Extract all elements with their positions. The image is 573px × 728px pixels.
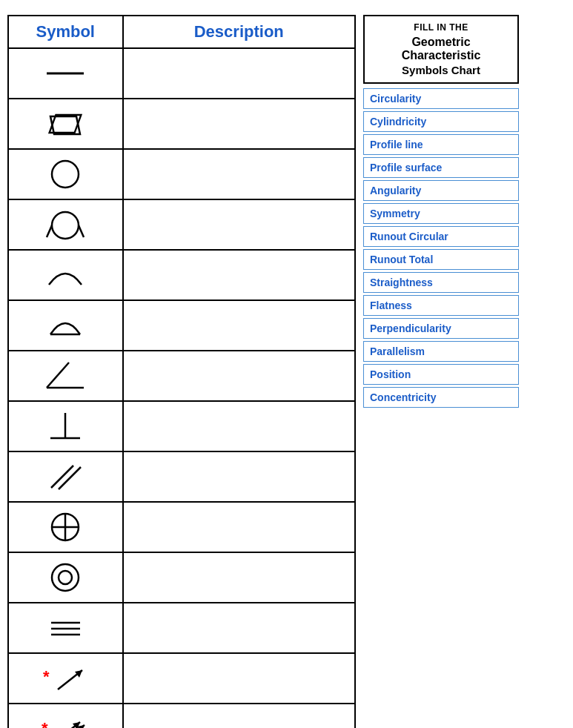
profile-surface-icon bbox=[43, 306, 87, 345]
svg-marker-24 bbox=[75, 670, 82, 678]
svg-line-5 bbox=[47, 225, 52, 237]
geo-char-label: Geometric Characteristic bbox=[372, 36, 510, 62]
symbol-cell-13: * bbox=[8, 653, 123, 704]
answer-parallelism[interactable]: Parallelism bbox=[363, 341, 519, 362]
table-row bbox=[8, 199, 355, 250]
info-box: FILL IN THE Geometric Characteristic Sym… bbox=[363, 15, 519, 84]
desc-cell-7[interactable] bbox=[123, 351, 355, 401]
symbol-cell-12 bbox=[8, 603, 123, 653]
answer-profile-surface[interactable]: Profile surface bbox=[363, 157, 519, 178]
table-row bbox=[8, 250, 355, 300]
table-row bbox=[8, 300, 355, 351]
svg-line-6 bbox=[79, 225, 84, 237]
desc-cell-14[interactable] bbox=[123, 704, 355, 728]
answer-concentricity[interactable]: Concentricity bbox=[363, 387, 519, 408]
desc-cell-3[interactable] bbox=[123, 149, 355, 199]
main-table: Symbol Description bbox=[7, 15, 356, 728]
answer-flatness[interactable]: Flatness bbox=[363, 295, 519, 316]
col-symbol-header: Symbol bbox=[8, 16, 123, 48]
answer-runout-total[interactable]: Runout Total bbox=[363, 249, 519, 270]
runout-circular-icon: * bbox=[39, 658, 91, 699]
table-row bbox=[8, 603, 355, 653]
desc-cell-11[interactable] bbox=[123, 552, 355, 603]
circularity-icon bbox=[47, 156, 84, 193]
svg-line-9 bbox=[47, 363, 69, 388]
symbol-cell-4 bbox=[8, 199, 123, 250]
answer-straightness[interactable]: Straightness bbox=[363, 272, 519, 293]
col-description-header: Description bbox=[123, 16, 355, 48]
table-row: * bbox=[8, 704, 355, 728]
table-row bbox=[8, 502, 355, 552]
desc-cell-1[interactable] bbox=[123, 48, 355, 99]
cylindricity-icon bbox=[43, 205, 87, 245]
angularity-icon bbox=[43, 357, 87, 395]
concentricity-icon bbox=[45, 557, 86, 598]
table-row bbox=[8, 451, 355, 502]
desc-cell-9[interactable] bbox=[123, 451, 355, 502]
symbols-chart-label: Symbols Chart bbox=[372, 64, 510, 76]
svg-text:*: * bbox=[43, 667, 50, 686]
symbol-cell-9 bbox=[8, 451, 123, 502]
desc-cell-5[interactable] bbox=[123, 250, 355, 300]
perpendicularity-icon bbox=[47, 407, 84, 446]
desc-cell-6[interactable] bbox=[123, 300, 355, 351]
profile-line-icon bbox=[43, 259, 87, 292]
answer-perpendicularity[interactable]: Perpendicularity bbox=[363, 318, 519, 339]
answer-position[interactable]: Position bbox=[363, 364, 519, 385]
desc-cell-12[interactable] bbox=[123, 603, 355, 653]
svg-point-4 bbox=[52, 212, 79, 239]
desc-cell-13[interactable] bbox=[123, 653, 355, 704]
right-panel: FILL IN THE Geometric Characteristic Sym… bbox=[363, 15, 519, 728]
fill-in-label: FILL IN THE bbox=[372, 22, 510, 33]
desc-cell-4[interactable] bbox=[123, 199, 355, 250]
table-row bbox=[8, 99, 355, 149]
symbol-cell-7 bbox=[8, 351, 123, 401]
symbol-cell-1 bbox=[8, 48, 123, 99]
desc-cell-10[interactable] bbox=[123, 502, 355, 552]
answer-angularity[interactable]: Angularity bbox=[363, 180, 519, 201]
symmetry-icon bbox=[45, 612, 86, 645]
svg-point-3 bbox=[52, 161, 79, 188]
runout-total-icon: * bbox=[39, 709, 91, 729]
answer-circularity[interactable]: Circularity bbox=[363, 88, 519, 109]
table-row bbox=[8, 351, 355, 401]
svg-text:*: * bbox=[42, 719, 48, 729]
answer-runout-circular[interactable]: Runout Circular bbox=[363, 226, 519, 247]
desc-cell-2[interactable] bbox=[123, 99, 355, 149]
table-row bbox=[8, 48, 355, 99]
symbol-cell-8 bbox=[8, 401, 123, 451]
symbol-cell-11 bbox=[8, 552, 123, 603]
table-row bbox=[8, 149, 355, 199]
symbol-cell-5 bbox=[8, 250, 123, 300]
svg-point-18 bbox=[59, 571, 72, 584]
table-row bbox=[8, 401, 355, 451]
symbol-cell-10 bbox=[8, 502, 123, 552]
symbol-cell-2 bbox=[8, 99, 123, 149]
symbol-cell-6 bbox=[8, 300, 123, 351]
answer-cylindricity[interactable]: Cylindricity bbox=[363, 111, 519, 132]
answer-symmetry[interactable]: Symmetry bbox=[363, 203, 519, 224]
position-icon bbox=[45, 507, 86, 548]
answer-profile-line[interactable]: Profile line bbox=[363, 134, 519, 155]
symbol-cell-3 bbox=[8, 149, 123, 199]
svg-point-17 bbox=[52, 564, 79, 591]
parallelism-icon bbox=[45, 457, 86, 497]
straightness-icon bbox=[43, 62, 87, 85]
page-container: Symbol Description bbox=[0, 0, 573, 728]
symbol-cell-14: * bbox=[8, 704, 123, 728]
table-row bbox=[8, 552, 355, 603]
desc-cell-8[interactable] bbox=[123, 401, 355, 451]
table-row: * bbox=[8, 653, 355, 704]
